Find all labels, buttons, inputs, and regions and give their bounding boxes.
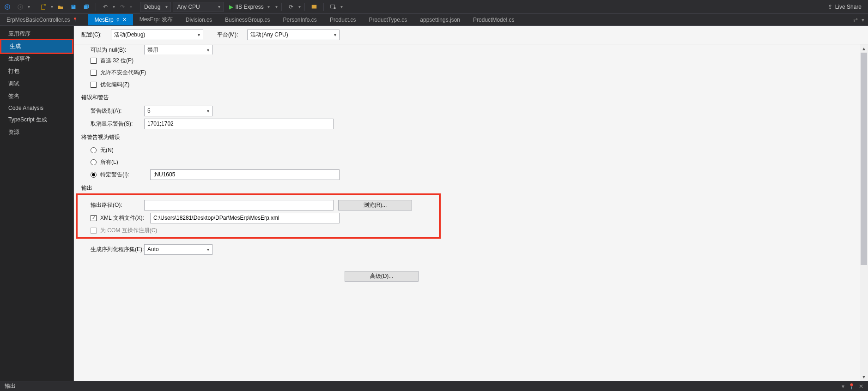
sidebar-item-resources[interactable]: 资源 [0, 126, 73, 138]
xml-doc-label: XML 文档文件(X): [100, 214, 150, 222]
tab-erpmesbasiccontroller[interactable]: ErpMesBasicController.cs📍 [0, 14, 88, 25]
tab-personinfo[interactable]: PersonInfo.cs [277, 14, 323, 25]
build-properties-body: 可以为 null(B): 禁用 首选 32 位(P) 允许不安全代码(F) 优化… [74, 44, 860, 381]
sidebar-item-debug[interactable]: 调试 [0, 78, 73, 90]
new-item-icon[interactable] [38, 1, 49, 12]
solution-platform-combo[interactable]: Any CPU [173, 2, 224, 12]
svg-rect-5 [311, 5, 316, 8]
tab-producttype[interactable]: ProductType.cs [363, 14, 414, 25]
insights-drop-icon[interactable]: ▾ [340, 4, 343, 9]
warn-level-label: 警告级别(A): [81, 107, 144, 115]
nav-back-icon[interactable] [2, 1, 13, 12]
panel-close-icon[interactable]: ✕ [859, 383, 863, 390]
pin-icon[interactable]: ⚲ [116, 18, 120, 22]
pin-icon[interactable]: 📍 [73, 18, 78, 22]
nullable-combo[interactable]: 禁用 [144, 45, 212, 54]
save-all-icon[interactable] [81, 1, 92, 12]
tab-meserp-publish[interactable]: MesErp: 发布 [133, 14, 179, 25]
app-insights-icon[interactable] [328, 1, 339, 12]
vertical-scrollbar[interactable]: ▴ ▾ [860, 44, 868, 381]
browser-refresh-icon[interactable]: ⟳ [285, 1, 297, 12]
svg-point-7 [334, 7, 335, 9]
scroll-down-icon[interactable]: ▾ [860, 373, 868, 381]
project-properties-sidebar: 应用程序 生成 生成事件 打包 调试 签名 Code Analysis Type… [0, 26, 74, 381]
xml-doc-checkbox[interactable] [91, 215, 97, 221]
nullable-label: 可以为 null(B): [81, 46, 144, 54]
run-more-icon[interactable]: ▾ [275, 4, 278, 9]
serial-combo[interactable]: Auto [144, 244, 212, 255]
scroll-up-icon[interactable]: ▴ [860, 44, 868, 53]
tab-division[interactable]: Division.cs [179, 14, 219, 25]
browser-link-icon[interactable] [309, 1, 320, 12]
config-header: 配置(C): 活动(Debug) 平台(M): 活动(Any CPU) [74, 26, 868, 44]
treat-none-radio[interactable] [91, 147, 97, 153]
play-icon: ▶ [229, 4, 233, 10]
combo-value: Any CPU [177, 4, 200, 10]
svg-point-0 [5, 4, 10, 9]
output-panel-header[interactable]: 输出 ▾ 📍 ✕ [0, 381, 868, 391]
unsafe-label: 允许不安全代码(F) [100, 69, 146, 77]
tab-overflow-icon[interactable]: ⇄ [853, 17, 858, 23]
sidebar-item-build-events[interactable]: 生成事件 [0, 53, 73, 65]
unsafe-checkbox[interactable] [91, 70, 97, 76]
separator [34, 3, 34, 11]
tab-businessgroup[interactable]: BusinessGroup.cs [219, 14, 276, 25]
main-area: 应用程序 生成 生成事件 打包 调试 签名 Code Analysis Type… [0, 26, 868, 381]
new-item-drop-icon[interactable]: ▾ [51, 4, 53, 9]
advanced-button[interactable]: 高级(D)... [345, 271, 419, 282]
sidebar-item-signing[interactable]: 签名 [0, 90, 73, 102]
tab-meserp[interactable]: MesErp⚲✕ [88, 14, 133, 25]
undo-drop-icon[interactable]: ▾ [113, 4, 115, 9]
redo-drop-icon[interactable]: ▾ [130, 4, 132, 9]
panel-pin-icon[interactable]: 📍 [848, 383, 855, 390]
save-icon[interactable] [68, 1, 79, 12]
sidebar-item-code-analysis[interactable]: Code Analysis [0, 102, 73, 114]
browser-drop-icon[interactable]: ▾ [298, 4, 301, 9]
treat-all-label: 所有(L) [100, 158, 118, 166]
svg-rect-4 [72, 5, 74, 6]
document-tabs: ErpMesBasicController.cs📍 MesErp⚲✕ MesEr… [0, 14, 868, 26]
undo-icon[interactable]: ↶ [100, 1, 111, 12]
suppress-label: 取消显示警告(S): [81, 120, 144, 128]
optimize-checkbox[interactable] [91, 82, 97, 88]
sidebar-item-typescript[interactable]: TypeScript 生成 [0, 114, 73, 126]
build-properties-page: 配置(C): 活动(Debug) 平台(M): 活动(Any CPU) 可以为 … [74, 26, 868, 381]
treat-none-label: 无(N) [100, 146, 114, 154]
xml-doc-input[interactable] [150, 213, 340, 223]
nav-fwd-icon[interactable] [15, 1, 26, 12]
browse-button[interactable]: 浏览(R)... [338, 200, 412, 211]
live-share-button[interactable]: ⇪ Live Share [828, 4, 862, 10]
tab-appsettings[interactable]: appsettings.json [413, 14, 467, 25]
separator [136, 3, 136, 11]
tab-dropdown-icon[interactable]: ▾ [862, 17, 864, 23]
output-path-input[interactable] [144, 200, 334, 211]
start-debug-button[interactable]: ▶ IIS Express ▾ [225, 2, 273, 12]
warn-level-combo[interactable]: 5 [144, 106, 212, 116]
close-icon[interactable]: ✕ [122, 17, 127, 23]
sidebar-item-build[interactable]: 生成 [0, 39, 73, 54]
run-target-label: IIS Express [235, 4, 263, 10]
scroll-thumb[interactable] [861, 53, 867, 265]
config-combo[interactable]: 活动(Debug) [111, 30, 203, 40]
treat-specific-radio[interactable] [91, 172, 97, 178]
prefer32-checkbox[interactable] [91, 58, 97, 64]
tab-productmodel[interactable]: ProductModel.cs [467, 14, 521, 25]
output-path-label: 输出路径(O): [81, 201, 144, 209]
com-register-label: 为 COM 互操作注册(C) [100, 227, 157, 235]
open-icon[interactable] [55, 1, 66, 12]
suppress-input[interactable] [144, 119, 334, 129]
nav-history-icon[interactable]: ▾ [28, 4, 30, 9]
panel-drop-icon[interactable]: ▾ [842, 383, 844, 390]
combo-value: Debug [144, 4, 160, 10]
tab-product[interactable]: Product.cs [323, 14, 363, 25]
sidebar-item-application[interactable]: 应用程序 [0, 28, 73, 40]
treat-all-radio[interactable] [91, 159, 97, 165]
solution-config-combo[interactable]: Debug [140, 2, 171, 12]
sidebar-item-package[interactable]: 打包 [0, 65, 73, 78]
separator [323, 3, 324, 11]
run-drop-icon[interactable]: ▾ [267, 4, 270, 9]
separator [304, 3, 305, 11]
platform-combo[interactable]: 活动(Any CPU) [247, 30, 340, 40]
redo-icon[interactable]: ↷ [117, 1, 128, 12]
treat-specific-input[interactable] [150, 169, 340, 180]
